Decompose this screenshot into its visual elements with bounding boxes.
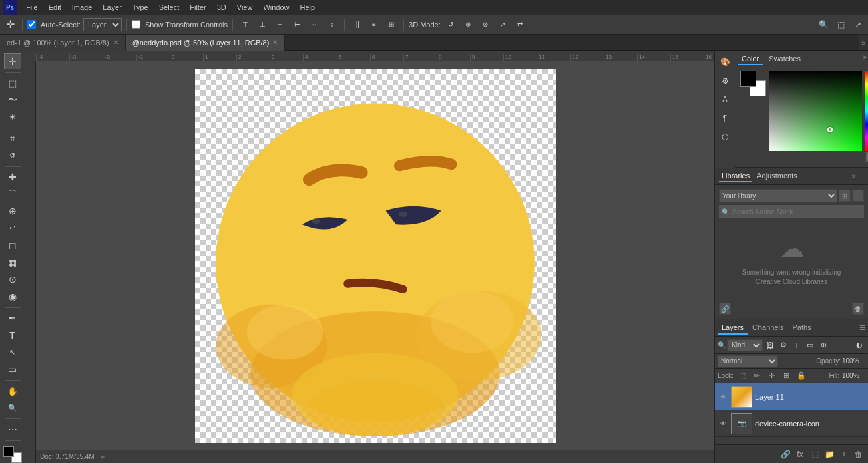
foreground-color-swatch[interactable]	[740, 71, 756, 87]
libraries-link-btn[interactable]: 🔗	[719, 303, 731, 315]
filter-shape-btn[interactable]: ▭	[804, 339, 816, 351]
layers-tab-paths[interactable]: Paths	[789, 321, 815, 335]
3d-rotate-btn[interactable]: ↺	[443, 17, 458, 32]
distribute-h-btn[interactable]: |||	[349, 17, 364, 32]
align-right-btn[interactable]: ↕	[324, 17, 339, 32]
show-transform-checkbox[interactable]	[132, 20, 140, 29]
tab-1[interactable]: ed-1 @ 100% (Layer 1, RGB/8) ✕	[0, 35, 126, 51]
eraser-tool[interactable]: ◻	[4, 238, 21, 254]
align-top-btn[interactable]: ⊤	[238, 17, 252, 32]
color-gradient-field[interactable]	[769, 71, 862, 151]
panel-icon-3d[interactable]: ⬡	[716, 128, 734, 146]
history-brush-tool[interactable]: ↩	[4, 220, 21, 237]
add-effect-btn[interactable]: fx	[793, 448, 807, 461]
distribute-v-btn[interactable]: ≡	[367, 17, 381, 32]
libraries-delete-btn[interactable]: 🗑	[852, 303, 864, 315]
search-btn[interactable]: 🔍	[816, 17, 831, 32]
workspace-btn[interactable]: ⬚	[833, 17, 848, 32]
3d-pan-btn[interactable]: ⊗	[478, 17, 493, 32]
add-link-btn[interactable]: 🔗	[779, 448, 792, 461]
eyedropper-tool[interactable]: ⚗	[4, 148, 21, 164]
layer-item-device-camera[interactable]: 👁 📷 device-camera-icon	[715, 410, 868, 437]
panel-icon-text[interactable]: A	[716, 91, 734, 108]
filter-smart-btn[interactable]: ⊕	[817, 339, 829, 351]
gradient-tool[interactable]: ▦	[4, 255, 21, 271]
auto-select-checkbox[interactable]	[27, 20, 36, 29]
libraries-tab-adjustments[interactable]: Adjustments	[754, 170, 800, 182]
menu-file[interactable]: File	[21, 2, 43, 13]
menu-help[interactable]: Help	[296, 2, 320, 13]
device-camera-name[interactable]: device-camera-icon	[755, 420, 865, 428]
layers-blend-mode-select[interactable]: Normal Multiply Screen Overlay	[718, 355, 778, 367]
align-h-center-btn[interactable]: ⊢	[290, 17, 304, 32]
panel-icon-color[interactable]: 🎨	[716, 53, 734, 71]
filter-toggle-btn[interactable]: ◐	[853, 339, 865, 351]
color-hue-strip[interactable]	[865, 71, 868, 151]
menu-layer[interactable]: Layer	[98, 2, 126, 13]
auto-select-dropdown[interactable]: Layer Group	[83, 18, 122, 31]
menu-view[interactable]: View	[232, 2, 258, 13]
color-fg-bg-swatch[interactable]	[3, 446, 22, 463]
path-selection-tool[interactable]: ↖	[4, 345, 21, 361]
add-mask-btn[interactable]: ⬚	[808, 448, 821, 461]
dodge-tool[interactable]: ◉	[4, 289, 21, 305]
menu-window[interactable]: Window	[258, 2, 294, 13]
lock-transparent-btn[interactable]: ⬚	[736, 370, 748, 382]
libraries-search-input[interactable]	[730, 208, 861, 216]
menu-select[interactable]: Select	[154, 2, 184, 13]
libraries-tab-libraries[interactable]: Libraries	[719, 170, 752, 182]
lock-position-btn[interactable]: ✛	[766, 370, 778, 382]
canvas-document[interactable]	[195, 69, 556, 443]
menu-edit[interactable]: Edit	[44, 2, 66, 13]
filter-adjust-btn[interactable]: ⚙	[777, 339, 789, 351]
more-tools-btn[interactable]: ⋯	[4, 422, 21, 438]
libraries-options-btn[interactable]: ☰	[858, 172, 864, 180]
libraries-collapse-btn[interactable]: »	[851, 172, 855, 180]
hand-tool[interactable]: ✋	[4, 383, 21, 399]
move-tool[interactable]: ✛	[4, 53, 21, 69]
filter-type-btn[interactable]: T	[791, 339, 803, 351]
menu-3d[interactable]: 3D	[212, 2, 231, 13]
layer-11-name[interactable]: Layer 11	[755, 393, 865, 401]
pen-tool[interactable]: ✒	[4, 311, 21, 327]
menu-type[interactable]: Type	[128, 2, 153, 13]
shape-tool[interactable]: ▭	[4, 361, 21, 377]
layers-options-btn[interactable]: ☰	[859, 324, 865, 331]
canvas-viewport[interactable]	[36, 61, 714, 450]
menu-image[interactable]: Image	[67, 2, 97, 13]
healing-brush-tool[interactable]: ✚	[4, 170, 21, 186]
layer-item-layer11[interactable]: 👁 Layer 11	[715, 383, 868, 410]
filter-pixel-btn[interactable]: 🖼	[764, 339, 776, 351]
panel-icon-paragraph[interactable]: ¶	[716, 110, 734, 127]
color-tab-swatches[interactable]: Swatches	[765, 53, 805, 65]
libraries-dropdown[interactable]: Your library	[719, 189, 837, 202]
align-v-center-btn[interactable]: ↔	[307, 17, 322, 32]
new-layer-btn[interactable]: +	[837, 448, 851, 461]
brush-tool[interactable]: ⌒	[4, 186, 21, 202]
blur-tool[interactable]: ⊙	[4, 272, 21, 288]
tab-2[interactable]: @neddydo.psd @ 50% (Layer 11, RGB/8) ✕	[126, 35, 286, 51]
opacity-value[interactable]: 100%	[842, 357, 865, 365]
new-group-btn[interactable]: 📁	[823, 448, 836, 461]
layers-tab-channels[interactable]: Channels	[748, 321, 787, 335]
layer-visibility-icon[interactable]: 👁	[718, 386, 728, 408]
crop-tool[interactable]: ⌗	[4, 131, 21, 147]
color-picker[interactable]	[769, 71, 862, 162]
color-opacity-strip[interactable]	[865, 152, 868, 162]
layers-tab-layers[interactable]: Layers	[718, 321, 748, 335]
menu-filter[interactable]: Filter	[185, 2, 210, 13]
status-arrow[interactable]: ►	[100, 453, 107, 460]
layers-list[interactable]: 👁 Layer 11 👁 📷 device-camera-icon	[715, 383, 868, 444]
align-left-btn[interactable]: ⊣	[272, 17, 287, 32]
fg-bg-swatches[interactable]	[740, 71, 766, 96]
fill-value[interactable]: 100%	[842, 372, 865, 379]
layers-kind-filter[interactable]: Kind Name Effect	[727, 339, 763, 351]
rectangular-marquee-tool[interactable]: ⬚	[4, 75, 21, 91]
panel-icon-adjustment[interactable]: ⚙	[716, 72, 734, 90]
lock-all-btn[interactable]: 🔒	[795, 370, 807, 382]
delete-layer-btn[interactable]: 🗑	[852, 448, 865, 461]
lock-artboard-btn[interactable]: ⊞	[781, 370, 793, 382]
magic-wand-tool[interactable]: ✴	[4, 109, 21, 125]
distribute-sp-btn[interactable]: ⊞	[384, 17, 399, 32]
clone-stamp-tool[interactable]: ⊕	[4, 204, 21, 220]
